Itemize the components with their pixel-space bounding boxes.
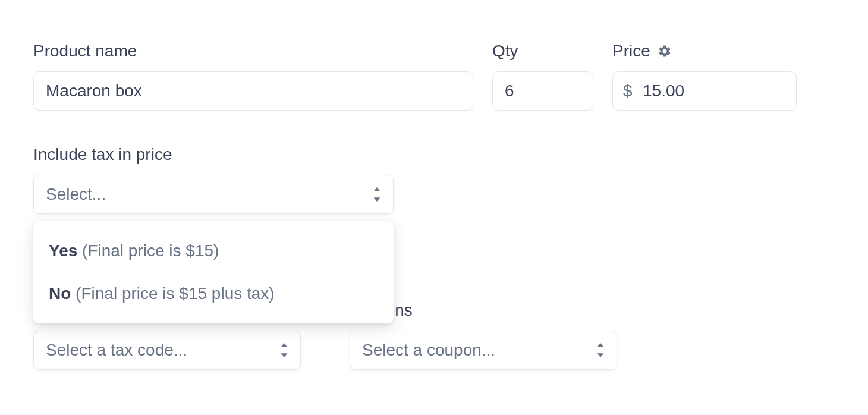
coupon-select[interactable]: Select a coupon... — [350, 331, 617, 370]
include-tax-select-wrap: Select... Yes (Final price is $15) No (F… — [33, 175, 394, 214]
option-yes-rest: (Final price is $15) — [77, 241, 219, 260]
qty-input[interactable] — [492, 71, 593, 111]
tax-code-placeholder: Select a tax code... — [46, 341, 187, 360]
tax-code-select[interactable]: Select a tax code... — [33, 331, 301, 370]
option-yes-bold: Yes — [49, 241, 77, 260]
option-no-rest: (Final price is $15 plus tax) — [71, 284, 274, 303]
gear-icon[interactable] — [658, 44, 672, 58]
tax-code-field: Select a tax code... — [33, 331, 301, 370]
option-no-bold: No — [49, 284, 71, 303]
dropdown-option-yes[interactable]: Yes (Final price is $15) — [33, 229, 394, 272]
price-label: Price — [612, 42, 797, 61]
bottom-row: Select a tax code... coupons Select a co… — [33, 331, 835, 370]
chevron-updown-icon — [372, 187, 382, 202]
coupon-placeholder: Select a coupon... — [362, 341, 495, 360]
product-name-label: Product name — [33, 42, 473, 61]
product-row: Product name Qty Price $ — [33, 42, 835, 111]
chevron-updown-icon — [595, 343, 606, 357]
include-tax-placeholder: Select... — [46, 185, 106, 204]
price-input[interactable] — [612, 71, 797, 111]
include-tax-dropdown: Yes (Final price is $15) No (Final price… — [33, 221, 394, 323]
coupons-field: coupons Select a coupon... — [350, 331, 617, 370]
price-label-text: Price — [612, 42, 650, 61]
include-tax-select[interactable]: Select... — [33, 175, 394, 214]
chevron-updown-icon — [279, 343, 290, 357]
product-name-input[interactable] — [33, 71, 473, 111]
include-tax-section: Include tax in price Select... Yes (Fina… — [33, 145, 835, 214]
price-field: Price $ — [612, 42, 797, 111]
product-name-field: Product name — [33, 42, 473, 111]
qty-field: Qty — [492, 42, 593, 111]
price-input-wrap: $ — [612, 71, 797, 111]
qty-label: Qty — [492, 42, 593, 61]
include-tax-label: Include tax in price — [33, 145, 835, 164]
dropdown-option-no[interactable]: No (Final price is $15 plus tax) — [33, 272, 394, 315]
